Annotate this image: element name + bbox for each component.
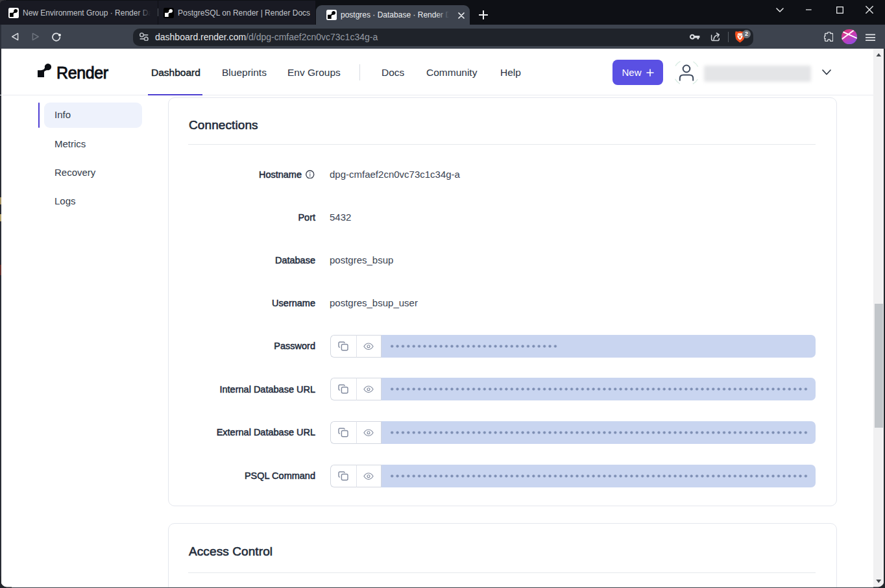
tab-title-fade [138, 8, 151, 18]
scrollbar-thumb[interactable] [875, 304, 883, 428]
hostname-label: Hostname [169, 168, 302, 181]
hostname-value: dpg-cmfaef2cn0vc73c1c34g-a [330, 168, 460, 181]
plus-icon [646, 69, 654, 77]
url-host: dashboard.render.com [155, 32, 246, 42]
sidebar-item-metrics[interactable]: Metrics [55, 138, 86, 151]
password-field-group [330, 335, 816, 358]
copy-button[interactable] [330, 421, 356, 444]
tab-title: New Environment Group · Render Das [23, 8, 151, 18]
render-wordmark[interactable]: Render [56, 64, 108, 82]
url-path: /d/dpg-cmfaef2cn0vc73c1c34g-a [246, 32, 378, 42]
extensions-icon[interactable] [824, 32, 833, 42]
sidebar-item-recovery[interactable]: Recovery [55, 166, 95, 179]
tab-title: postgres · Database · Render Da [341, 10, 449, 19]
screen-edge-artifact [0, 197, 1, 204]
nav-docs[interactable]: Docs [382, 67, 404, 79]
tab-postgres-database[interactable]: postgres · Database · Render Da [316, 5, 470, 25]
account-chevron-icon[interactable] [822, 69, 831, 75]
psql-command-field-group [330, 465, 816, 487]
new-tab-icon[interactable] [479, 10, 488, 19]
internal-db-url-masked-field[interactable] [382, 378, 816, 400]
render-logo-icon[interactable] [38, 64, 51, 77]
browser-window: New Environment Group · Render Das Postg… [0, 0, 885, 588]
info-icon[interactable] [306, 170, 315, 179]
render-favicon [8, 8, 19, 18]
eye-icon [363, 386, 374, 393]
render-favicon [326, 10, 337, 20]
external-db-url-masked-field[interactable] [382, 421, 816, 444]
sidebar-item-info-label[interactable]: Info [55, 108, 71, 121]
copy-icon [338, 471, 348, 481]
copy-button[interactable] [330, 465, 356, 487]
site-settings-icon[interactable] [139, 32, 149, 41]
profile-avatar[interactable] [842, 29, 857, 45]
reveal-button[interactable] [356, 465, 382, 487]
tab-close-icon[interactable] [458, 12, 465, 19]
nav-env-groups[interactable]: Env Groups [287, 67, 341, 79]
new-button-label: New [622, 67, 641, 78]
maximize-icon[interactable] [836, 6, 843, 14]
shield-badge: 2 [742, 30, 751, 38]
psql-command-label: PSQL Command [169, 469, 315, 482]
copy-button[interactable] [330, 335, 356, 358]
copy-icon [338, 384, 348, 394]
forward-icon[interactable] [32, 32, 40, 41]
database-value: postgres_bsup [330, 254, 393, 267]
password-key-icon[interactable] [689, 32, 701, 40]
external-db-url-field-group [330, 421, 816, 444]
person-icon [680, 65, 693, 80]
menu-icon[interactable] [866, 34, 875, 42]
nav-community[interactable]: Community [426, 67, 477, 79]
nav-dashboard[interactable]: Dashboard [151, 67, 200, 79]
port-value: 5432 [330, 211, 351, 224]
tab-title-fade [436, 10, 449, 19]
access-control-divider [188, 572, 816, 573]
reveal-button[interactable] [356, 335, 382, 358]
account-button[interactable] [672, 58, 701, 87]
username-label: Username [169, 297, 315, 310]
nav-help[interactable]: Help [500, 67, 521, 79]
tab-title-text: postgres · Database · Render Da [341, 10, 449, 19]
screen-edge-artifact [0, 49, 1, 587]
tab-search-chevron-icon[interactable] [776, 8, 784, 12]
copy-icon [338, 428, 348, 437]
sidebar-active-accent [38, 103, 40, 128]
account-name-redacted [704, 66, 811, 82]
connections-title: Connections [189, 118, 258, 132]
sidebar-item-logs[interactable]: Logs [55, 195, 76, 208]
screen-edge-artifact [0, 214, 1, 221]
site-header-border [0, 95, 884, 95]
masked-dots [389, 378, 810, 400]
eye-icon [363, 472, 374, 480]
scrollbar-up-icon[interactable] [876, 53, 882, 57]
url-text[interactable]: dashboard.render.com/d/dpg-cmfaef2cn0vc7… [155, 31, 378, 43]
connections-divider [188, 144, 816, 145]
psql-command-masked-field[interactable] [382, 465, 816, 487]
tab-new-environment-group[interactable]: New Environment Group · Render Das [0, 1, 158, 25]
port-label: Port [169, 211, 315, 224]
new-button[interactable]: New [612, 60, 663, 85]
window-close-icon[interactable] [866, 6, 873, 14]
internal-db-url-label: Internal Database URL [169, 383, 315, 396]
screen-edge-artifact [0, 265, 1, 275]
password-label: Password [169, 339, 315, 352]
password-masked-field[interactable] [382, 335, 816, 358]
tab-title-text: New Environment Group · Render Das [23, 8, 151, 18]
reveal-button[interactable] [356, 421, 382, 444]
copy-button[interactable] [330, 378, 356, 400]
back-icon[interactable] [11, 32, 19, 41]
tab-title: PostgreSQL on Render | Render Docs [178, 8, 312, 18]
window-corner-bottom-left [0, 576, 12, 588]
render-docs-favicon [164, 8, 174, 18]
masked-dots [389, 335, 559, 358]
tab-postgresql-docs[interactable]: PostgreSQL on Render | Render Docs [158, 1, 315, 25]
reload-icon[interactable] [51, 32, 62, 42]
nav-blueprints[interactable]: Blueprints [222, 67, 267, 79]
nav-active-underline [148, 94, 202, 95]
share-icon[interactable] [710, 32, 720, 42]
reveal-button[interactable] [356, 378, 382, 400]
nav-divider [359, 64, 360, 80]
eye-icon [363, 429, 374, 437]
minimize-icon[interactable] [806, 9, 813, 10]
tab-title-text: PostgreSQL on Render | Render Docs [178, 8, 310, 18]
